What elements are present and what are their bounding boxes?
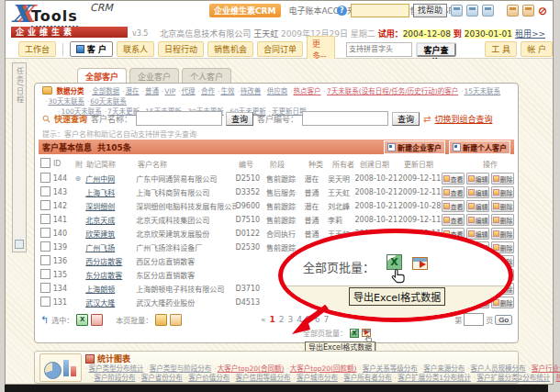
logout-icon[interactable]: ⊘ [538, 6, 547, 17]
delete-selected-icon[interactable] [91, 314, 103, 326]
row-checkbox[interactable] [40, 200, 50, 210]
callout-export-file-icon[interactable] [412, 257, 428, 270]
find-help-button[interactable]: 找帮助 [413, 4, 447, 17]
filter-link[interactable]: 60天未联系 [90, 97, 127, 106]
row-checkbox[interactable] [40, 269, 50, 279]
customer-alias-link[interactable]: 广州飞扬 [85, 242, 136, 252]
row-action-button[interactable]: 查看 [442, 173, 465, 185]
settings-icon[interactable] [522, 5, 534, 17]
mail-icon[interactable] [507, 5, 519, 17]
filter-link[interactable]: 客户省份分布 [141, 374, 183, 382]
row-action-button[interactable]: 删除 [491, 200, 514, 212]
filter-link[interactable]: VIP [164, 87, 175, 95]
customer-alias-link[interactable]: 上海飞科 [85, 187, 136, 197]
task-schedule-side-panel[interactable]: 任务/日程 [12, 62, 27, 252]
row-action-button[interactable]: 查看 [442, 186, 465, 198]
contacts-icon[interactable] [466, 5, 478, 17]
query-name-button[interactable]: 查询 [226, 112, 253, 126]
pagination-page[interactable]: 2 [279, 315, 285, 324]
filter-link[interactable]: 15天未联系 [465, 87, 501, 95]
nav-tab[interactable]: 销售机会 [207, 41, 253, 57]
page-batch-edit-icon[interactable] [170, 314, 182, 326]
product-menu-item[interactable]: 企业维生素CRM [209, 4, 281, 17]
filter-link[interactable]: 客户行业分布 [532, 364, 560, 373]
select-all-checkbox[interactable] [40, 158, 50, 168]
customer-query-button[interactable]: 客户查询 [416, 42, 456, 57]
help-search-input[interactable] [351, 4, 409, 17]
row-action-button[interactable]: 编辑 [466, 200, 489, 212]
product-menu-item[interactable]: 电子账本ACC [289, 5, 340, 17]
filter-link[interactable]: 代理 [182, 87, 196, 95]
nav-tab[interactable]: 客 户 [70, 41, 113, 57]
filter-link[interactable]: 热点客户 [294, 87, 321, 95]
row-action-button[interactable]: 编辑 [466, 214, 489, 226]
nav-tab[interactable]: 合同订单 [257, 41, 303, 57]
row-checkbox[interactable] [40, 255, 50, 265]
row-action-button[interactable]: 编辑 [466, 228, 489, 240]
filter-link[interactable]: 普通 [145, 87, 159, 95]
customer-alias-link[interactable]: 上海朗顿 [85, 284, 136, 294]
filter-link[interactable]: 客户阶段分布 [94, 374, 135, 382]
nav-tab[interactable]: 日程行动 [158, 41, 204, 57]
row-action-button[interactable]: 查看 [442, 214, 465, 226]
customer-alias-link[interactable]: 北京天成 [85, 215, 136, 225]
customer-alias-link[interactable]: 广州中网 [85, 174, 136, 184]
row-action-button[interactable]: 删除 [491, 173, 514, 185]
new-person-customer-button[interactable]: 新建个人客户 [449, 140, 510, 154]
filter-link[interactable]: 合作 [201, 87, 215, 95]
filter-link[interactable]: 客户城市分布 [297, 374, 338, 382]
customer-no-input[interactable] [302, 111, 388, 126]
filter-link[interactable]: 客户信用等级分布 [236, 374, 291, 382]
customer-alias-link[interactable]: 武汉大隆 [85, 297, 136, 308]
row-action-button[interactable]: 删除 [491, 228, 514, 240]
customer-alias-link[interactable]: 欣荣建筑 [85, 229, 136, 239]
row-checkbox[interactable] [40, 228, 50, 238]
phone-icon[interactable] [482, 5, 494, 17]
customer-name-input[interactable] [136, 111, 222, 126]
go-button[interactable]: Go [495, 315, 512, 325]
filter-link[interactable]: 生效 [220, 87, 234, 95]
goto-page-input[interactable] [464, 313, 484, 326]
nav-tools[interactable]: 工 具 [485, 41, 517, 57]
filter-link[interactable]: 全部数据 [92, 87, 119, 95]
row-checkbox[interactable] [40, 186, 50, 196]
filter-link[interactable]: 客户价值分布 [188, 374, 230, 382]
row-checkbox[interactable] [40, 241, 50, 252]
export-excel-icon[interactable]: X [350, 329, 359, 338]
row-checkbox[interactable] [40, 283, 50, 293]
rent-link[interactable]: 租用>> [515, 29, 545, 39]
row-checkbox[interactable] [40, 214, 50, 224]
filter-link[interactable]: 供应商 [267, 87, 288, 95]
filter-link[interactable]: 客户扩展分类2分布统计 [476, 374, 550, 382]
message-icon[interactable] [451, 5, 463, 17]
filter-link[interactable]: 30天未联系 [48, 97, 84, 106]
filter-link[interactable]: 热点 [556, 374, 560, 382]
pagination-prev[interactable]: « [261, 315, 266, 324]
filter-link[interactable]: 7天未联系(没有日程/任务/历史行动)的客户 [327, 87, 458, 95]
help-circle-icon[interactable]: ? [337, 6, 347, 16]
pagination-page[interactable]: 1 [270, 315, 275, 324]
switch-to-combo-query-link[interactable]: 切换到组合查询 [434, 113, 492, 125]
nav-workbench[interactable]: 工作台 [18, 41, 56, 57]
row-action-button[interactable]: 删除 [491, 214, 514, 226]
customer-alias-link[interactable]: 西分店散客 [85, 256, 136, 266]
filter-link[interactable]: 客户所有者分布 [343, 374, 392, 382]
row-action-button[interactable]: 删除 [491, 186, 514, 198]
filter-link[interactable]: 潜在 [126, 87, 140, 95]
row-checkbox[interactable] [40, 297, 50, 307]
row-checkbox[interactable] [40, 173, 50, 183]
nav-search-input[interactable] [346, 42, 412, 57]
nav-tab[interactable]: 联系人 [117, 41, 154, 57]
page-batch-export-icon[interactable] [155, 314, 167, 326]
row-action-button[interactable]: 编辑 [466, 186, 489, 198]
query-no-button[interactable]: 查询 [392, 112, 420, 126]
nav-account[interactable]: 帐 户 [521, 41, 553, 57]
customer-alias-link[interactable]: 深圳细创 [85, 201, 136, 211]
collapse-icon[interactable] [15, 240, 24, 249]
return-icon[interactable]: ↰ [40, 316, 49, 325]
new-company-customer-button[interactable]: 新建企业客户 [384, 140, 445, 154]
customer-alias-link[interactable]: 东分店散客 [85, 270, 136, 280]
export-selected-icon[interactable]: X [76, 314, 88, 326]
row-action-button[interactable]: 查看 [442, 200, 465, 212]
row-action-button[interactable]: 编辑 [466, 173, 489, 185]
